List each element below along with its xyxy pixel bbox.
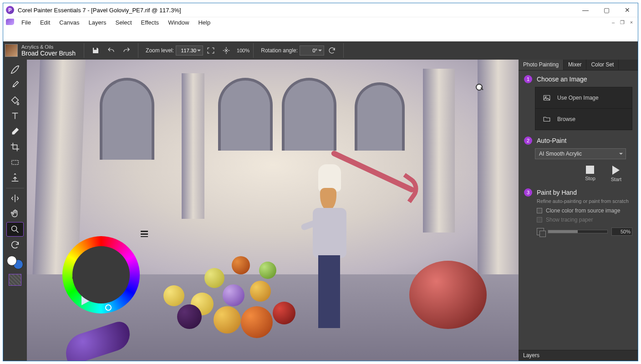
rect-select-tool[interactable] (6, 155, 24, 170)
magnifier-cursor-icon (476, 84, 483, 91)
menu-help[interactable]: Help (193, 18, 215, 27)
tab-mixer[interactable]: Mixer (564, 60, 586, 70)
redo-button[interactable] (120, 44, 133, 57)
layer-stack-icon (537, 228, 544, 235)
menu-layers[interactable]: Layers (84, 18, 111, 27)
menu-file[interactable]: File (17, 18, 36, 27)
rotation-label: Rotation angle: (261, 47, 298, 54)
sv-triangle[interactable] (81, 255, 127, 305)
step-3-title: Paint by Hand (537, 189, 577, 196)
rotate-view-tool[interactable] (6, 238, 24, 252)
dropper-tool[interactable] (6, 78, 24, 92)
menu-app-icon (6, 19, 14, 27)
color-wheel-panel[interactable] (58, 233, 144, 319)
doc-close-button[interactable]: × (627, 20, 636, 25)
autopaint-stop-button[interactable]: Stop (585, 166, 595, 182)
svg-point-1 (12, 226, 17, 231)
brush-tool[interactable] (6, 62, 24, 77)
clone-color-checkbox[interactable]: Clone color from source image (537, 207, 632, 214)
tracing-opacity-value[interactable]: 50% (611, 228, 632, 236)
window-title: Corel Painter Essentials 7 - [Pavel Golo… (18, 7, 181, 14)
mirror-tool[interactable] (6, 191, 24, 206)
actual-pixels-button[interactable] (220, 44, 233, 57)
right-panel: Photo Painting Mixer Color Set 1 Choose … (519, 60, 638, 361)
doc-restore-button[interactable]: ❐ (618, 20, 627, 25)
layers-panel-header[interactable]: Layers (519, 350, 638, 361)
checkbox-icon (537, 208, 542, 213)
step-1-badge: 1 (524, 75, 532, 83)
folder-icon (543, 115, 551, 123)
menubar: File Edit Canvas Layers Select Effects W… (3, 17, 638, 28)
zoom-label: Zoom level: (146, 47, 174, 54)
tab-photo-painting[interactable]: Photo Painting (519, 60, 564, 70)
use-open-image-button[interactable]: Use Open Image (535, 87, 632, 108)
menu-select[interactable]: Select (111, 18, 136, 27)
autopaint-preset-dropdown[interactable]: AI Smooth Acrylic (535, 148, 626, 159)
titlebar: P Corel Painter Essentials 7 - [Pavel Go… (3, 3, 638, 17)
paper-swatch[interactable] (9, 274, 21, 286)
step-1-title: Choose an Image (537, 76, 587, 83)
choose-image-card: Use Open Image Browse (535, 87, 632, 130)
hue-ring-cursor[interactable] (105, 304, 112, 311)
primary-color-swatch[interactable] (7, 256, 17, 266)
doc-minimize-button[interactable]: – (609, 20, 618, 25)
brush-swatch-icon (5, 44, 18, 57)
hue-ring[interactable] (62, 236, 140, 313)
menu-canvas[interactable]: Canvas (55, 18, 84, 27)
hand-tool[interactable] (6, 207, 24, 221)
magnifier-tool[interactable] (6, 222, 24, 237)
brush-name: Broad Cover Brush (21, 50, 76, 57)
tracing-paper-checkbox: Show tracing paper (537, 217, 632, 223)
painting-apple (409, 261, 487, 329)
step-2-badge: 2 (524, 136, 532, 145)
menu-edit[interactable]: Edit (36, 18, 55, 27)
step-3-badge: 3 (524, 188, 532, 197)
app-icon: P (6, 6, 14, 14)
clone-tool[interactable] (6, 171, 24, 185)
step-3-sub: Refine auto-painting or paint from scrat… (537, 198, 632, 204)
menu-window[interactable]: Window (163, 18, 193, 27)
crop-tool[interactable] (6, 140, 24, 154)
canvas-area (27, 60, 519, 361)
brush-category: Acrylics & Oils (21, 44, 76, 50)
save-button[interactable] (89, 44, 102, 57)
stop-icon (586, 166, 594, 174)
undo-button[interactable] (105, 44, 117, 57)
panel-menu-icon[interactable] (141, 231, 148, 237)
menu-effects[interactable]: Effects (137, 18, 164, 27)
rotation-angle-input[interactable]: 0° (300, 46, 324, 56)
maximize-button[interactable]: ▢ (596, 3, 617, 17)
autopaint-start-button[interactable]: Start (611, 166, 621, 182)
tool-separator (6, 188, 24, 188)
checkbox-icon (537, 217, 542, 222)
play-icon (612, 166, 620, 175)
sv-cursor[interactable] (116, 272, 121, 276)
reset-rotation-button[interactable] (326, 44, 338, 57)
svg-rect-0 (12, 160, 19, 164)
brush-selector[interactable]: Acrylics & Oils Broad Cover Brush (3, 41, 80, 60)
right-tabs: Photo Painting Mixer Color Set (519, 60, 638, 71)
zoom-100-button[interactable]: 100% (237, 48, 249, 53)
image-icon (543, 94, 551, 102)
close-button[interactable]: ✕ (617, 3, 638, 17)
toolbox (3, 60, 27, 361)
tab-color-set[interactable]: Color Set (586, 60, 619, 70)
paint-bucket-tool[interactable] (6, 93, 24, 108)
tracing-opacity-row: 50% (537, 228, 632, 236)
color-swatches[interactable] (6, 255, 24, 270)
browse-button[interactable]: Browse (535, 108, 632, 130)
painting-fruit-pile (122, 224, 341, 343)
zoom-level-input[interactable]: 117.30 (176, 46, 203, 56)
eraser-tool[interactable] (6, 124, 24, 139)
hue-cursor-inner[interactable] (72, 274, 79, 281)
text-tool[interactable] (6, 109, 24, 123)
property-bar: Acrylics & Oils Broad Cover Brush Zoom l… (3, 41, 638, 60)
tracing-opacity-slider[interactable] (548, 230, 608, 233)
fit-to-screen-button[interactable] (204, 44, 217, 57)
minimize-button[interactable]: — (575, 3, 596, 17)
step-2-title: Auto-Paint (537, 137, 566, 144)
